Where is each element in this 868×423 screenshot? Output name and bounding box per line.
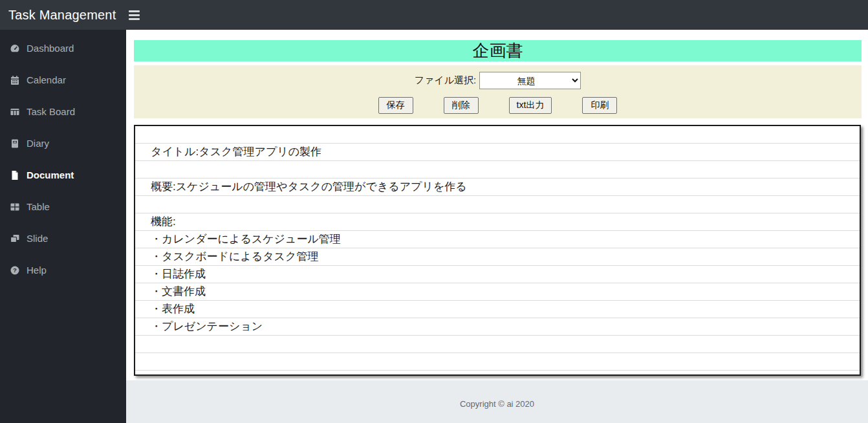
copyright-text: Copyright © ai 2020 — [126, 380, 868, 423]
sidebar-item-label: Dashboard — [27, 43, 74, 54]
calendar-icon — [10, 75, 20, 85]
sidebar-item-document[interactable]: Document — [0, 159, 126, 191]
task-board-icon — [10, 107, 20, 117]
document-line: 機能: — [135, 213, 860, 231]
document-line: ・表作成 — [135, 301, 860, 318]
sidebar-item-label: Calendar — [27, 74, 66, 85]
help-icon: ? — [10, 265, 20, 276]
sidebar-item-label: Task Board — [27, 106, 75, 117]
dashboard-icon — [10, 43, 20, 54]
document-line — [135, 353, 860, 371]
sidebar-item-label: Slide — [27, 233, 48, 244]
sidebar-item-label: Table — [27, 201, 50, 212]
sidebar-item-label: Help — [27, 265, 47, 276]
table-icon — [10, 202, 20, 212]
page-title: 企画書 — [134, 40, 862, 61]
document-icon — [10, 170, 20, 180]
document-line: ・文書作成 — [135, 283, 860, 301]
sidebar-item-diary[interactable]: Diary — [0, 127, 126, 159]
document-line: タイトル:タスク管理アプリの製作 — [135, 144, 860, 161]
sidebar-item-slide[interactable]: Slide — [0, 222, 126, 254]
print-button[interactable]: 印刷 — [582, 97, 617, 114]
hamburger-icon[interactable] — [127, 8, 141, 23]
sidebar-item-help[interactable]: ? Help — [0, 254, 126, 286]
file-select-label: ファイル選択: — [415, 74, 477, 87]
delete-button[interactable]: 削除 — [444, 97, 479, 114]
document-line: 概要:スケジュールの管理やタスクの管理ができるアプリを作る — [135, 179, 860, 196]
file-toolbar: ファイル選択: 無題 保存 削除 txt出力 印刷 — [134, 65, 862, 118]
main-content: 企画書 ファイル選択: 無題 保存 削除 txt出力 印刷 タイトル:タスク管理… — [126, 30, 868, 423]
document-line — [135, 126, 860, 144]
document-line — [135, 336, 860, 353]
txt-export-button[interactable]: txt出力 — [509, 97, 552, 114]
save-button[interactable]: 保存 — [378, 97, 413, 114]
document-line: ・カレンダーによるスケジュール管理 — [135, 231, 860, 248]
sidebar: Dashboard Calendar Task Bo — [0, 30, 126, 423]
diary-icon — [10, 138, 20, 149]
document-editor[interactable]: タイトル:タスク管理アプリの製作 概要:スケジュールの管理やタスクの管理ができる… — [134, 125, 861, 376]
sidebar-item-table[interactable]: Table — [0, 191, 126, 222]
sidebar-item-label: Diary — [27, 138, 49, 149]
document-line: ・プレゼンテーション — [135, 318, 860, 336]
app-title: Task Management — [8, 8, 116, 23]
top-navbar: Task Management — [0, 0, 868, 30]
svg-text:?: ? — [13, 266, 17, 274]
document-line: ・タスクボードによるタスク管理 — [135, 248, 860, 266]
sidebar-item-calendar[interactable]: Calendar — [0, 64, 126, 96]
sidebar-item-label: Document — [27, 169, 74, 180]
sidebar-item-task-board[interactable]: Task Board — [0, 96, 126, 127]
document-line — [135, 196, 860, 213]
document-line: ・日誌作成 — [135, 266, 860, 283]
document-line — [135, 161, 860, 179]
slide-icon — [10, 233, 20, 244]
file-select-dropdown[interactable]: 無題 — [479, 72, 581, 89]
sidebar-item-dashboard[interactable]: Dashboard — [0, 32, 126, 64]
